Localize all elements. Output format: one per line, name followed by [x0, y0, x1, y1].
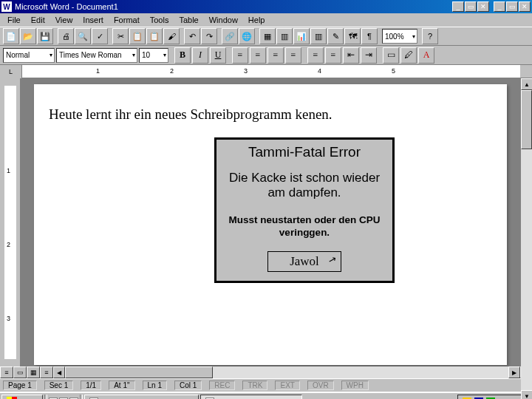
cut-icon[interactable]: ✂: [112, 28, 129, 44]
redo-icon[interactable]: ↷: [201, 28, 217, 44]
bold-button[interactable]: B: [174, 47, 191, 64]
copy-icon[interactable]: 📋: [129, 28, 146, 44]
excel-icon[interactable]: 📊: [293, 28, 310, 44]
horizontal-scrollbar[interactable]: ◀ ▶: [53, 366, 520, 378]
title-bar: W Microsoft Word - Document1 _ ▭ ✕ _ ▭ ✕: [0, 0, 532, 13]
font-color-button[interactable]: A: [418, 47, 434, 64]
scroll-down-button[interactable]: ▼: [521, 390, 532, 399]
doc-restore-button[interactable]: ▭: [506, 1, 518, 12]
menu-view[interactable]: View: [51, 15, 78, 25]
vertical-scrollbar[interactable]: ▲ ▼ ◂ ● ▸: [520, 78, 532, 366]
layout-view-button[interactable]: ▭: [13, 366, 27, 378]
font-combo[interactable]: Times New Roman: [56, 48, 137, 63]
ruler-mark: 4: [318, 67, 321, 75]
new-icon[interactable]: 📄: [3, 28, 19, 44]
vruler-mark: 2: [7, 241, 10, 248]
status-trk[interactable]: TRK: [242, 381, 267, 390]
window-title: Microsoft Word - Document1: [15, 2, 452, 11]
increase-indent-button[interactable]: ⇥: [361, 47, 377, 64]
doc-minimize-button[interactable]: _: [494, 1, 505, 12]
status-wph[interactable]: WPH: [341, 381, 369, 390]
horizontal-ruler[interactable]: L 1 2 3 4 5: [0, 65, 532, 78]
align-right-button[interactable]: ≡: [267, 47, 284, 64]
tab-type-button[interactable]: L: [0, 65, 22, 78]
align-left-button[interactable]: ≡: [232, 47, 248, 64]
page[interactable]: Heute lernt ihr ein neues Schreibprogram…: [34, 84, 507, 365]
dialog-message-primary: Die Kacke ist schon wieder am dampfen.: [224, 171, 385, 201]
dialog-ok-button[interactable]: Jawol: [267, 251, 341, 272]
status-section: Sec 1: [44, 381, 74, 390]
restore-button[interactable]: ▭: [465, 1, 477, 12]
taskbar-item-word[interactable]: Microsoft Word - Doc...: [200, 395, 302, 399]
menu-help[interactable]: Help: [244, 15, 270, 25]
open-icon[interactable]: 📂: [20, 28, 36, 44]
menu-insert[interactable]: Insert: [78, 15, 108, 25]
standard-toolbar: 📄 📂 💾 🖨 🔍 ✓ ✂ 📋 📋 🖌 ↶ ↷ 🔗 🌐 ▦ ▥ 📊 ▥ ✎ 🗺 …: [0, 27, 532, 46]
document-area[interactable]: Heute lernt ihr ein neues Schreibprogram…: [21, 78, 520, 366]
hyperlink-icon[interactable]: 🔗: [222, 28, 238, 44]
borders-button[interactable]: ▭: [383, 47, 399, 64]
preview-icon[interactable]: 🔍: [75, 28, 91, 44]
menu-table[interactable]: Table: [174, 15, 202, 25]
ruler-mark: 2: [170, 67, 174, 75]
status-page: Page 1: [3, 381, 37, 390]
spellcheck-icon[interactable]: ✓: [92, 28, 108, 44]
vruler-mark: 1: [7, 167, 10, 174]
undo-icon[interactable]: ↶: [184, 28, 200, 44]
columns-icon[interactable]: ▥: [310, 28, 327, 44]
normal-view-button[interactable]: ≡: [0, 366, 13, 378]
align-center-button[interactable]: ≡: [250, 47, 266, 64]
bullet-list-button[interactable]: ≡: [325, 47, 341, 64]
scroll-up-button[interactable]: ▲: [521, 78, 532, 90]
drawing-icon[interactable]: ✎: [327, 28, 344, 44]
print-icon[interactable]: 🖨: [58, 28, 74, 44]
highlight-button[interactable]: 🖊: [400, 47, 417, 64]
show-hide-icon[interactable]: ¶: [361, 28, 378, 44]
status-at: At 1": [109, 381, 134, 390]
status-col: Col 1: [174, 381, 202, 390]
justify-button[interactable]: ≡: [285, 47, 301, 64]
numbered-list-button[interactable]: ≡: [307, 47, 324, 64]
menu-tools[interactable]: Tools: [146, 15, 174, 25]
menu-file[interactable]: File: [3, 15, 25, 25]
start-button[interactable]: Start: [1, 395, 43, 399]
outline-view-button[interactable]: ≡: [40, 366, 53, 378]
scroll-left-button[interactable]: ◀: [53, 366, 65, 378]
menu-format[interactable]: Format: [109, 15, 144, 25]
scroll-thumb[interactable]: [521, 90, 532, 149]
insert-table-icon[interactable]: ▥: [276, 28, 293, 44]
tables-borders-icon[interactable]: ▦: [259, 28, 276, 44]
system-tray[interactable]: 8:46 PM: [457, 395, 531, 399]
menu-window[interactable]: Window: [205, 15, 242, 25]
scroll-right-button[interactable]: ▶: [508, 366, 520, 378]
style-combo[interactable]: Normal: [3, 48, 55, 63]
doc-close-button[interactable]: ✕: [519, 1, 531, 12]
status-rec[interactable]: REC: [209, 381, 235, 390]
vruler-mark: 3: [7, 315, 10, 322]
paste-icon[interactable]: 📋: [146, 28, 163, 44]
save-icon[interactable]: 💾: [37, 28, 53, 44]
menu-edit[interactable]: Edit: [27, 15, 50, 25]
document-text[interactable]: Heute lernt ihr ein neues Schreibprogram…: [49, 106, 492, 123]
help-icon[interactable]: ?: [422, 28, 438, 44]
hscroll-thumb[interactable]: [65, 366, 213, 378]
status-pagecount: 1/1: [81, 381, 101, 390]
dialog-message-secondary: Musst neustarten oder den CPU veringgen.: [224, 214, 385, 239]
page-view-button[interactable]: ▦: [27, 366, 40, 378]
zoom-combo[interactable]: 100%: [382, 29, 417, 44]
minimize-button[interactable]: _: [452, 1, 464, 12]
underline-button[interactable]: U: [210, 47, 226, 64]
status-ovr[interactable]: OVR: [307, 381, 334, 390]
menu-bar: File Edit View Insert Format Tools Table…: [0, 13, 532, 27]
taskbar-item-powerpoint[interactable]: Microsoft PowerPoint - [Fe...: [84, 395, 199, 399]
doc-map-icon[interactable]: 🗺: [344, 28, 361, 44]
vertical-ruler[interactable]: 1 2 3: [0, 78, 21, 366]
format-painter-icon[interactable]: 🖌: [163, 28, 180, 44]
font-size-combo[interactable]: 10: [139, 48, 168, 63]
web-toolbar-icon[interactable]: 🌐: [239, 28, 255, 44]
close-button[interactable]: ✕: [477, 1, 489, 12]
status-ext[interactable]: EXT: [275, 381, 299, 390]
italic-button[interactable]: I: [192, 47, 208, 64]
decrease-indent-button[interactable]: ⇤: [343, 47, 359, 64]
taskbar: Start Microsoft PowerPoint - [Fe... Micr…: [0, 392, 532, 399]
